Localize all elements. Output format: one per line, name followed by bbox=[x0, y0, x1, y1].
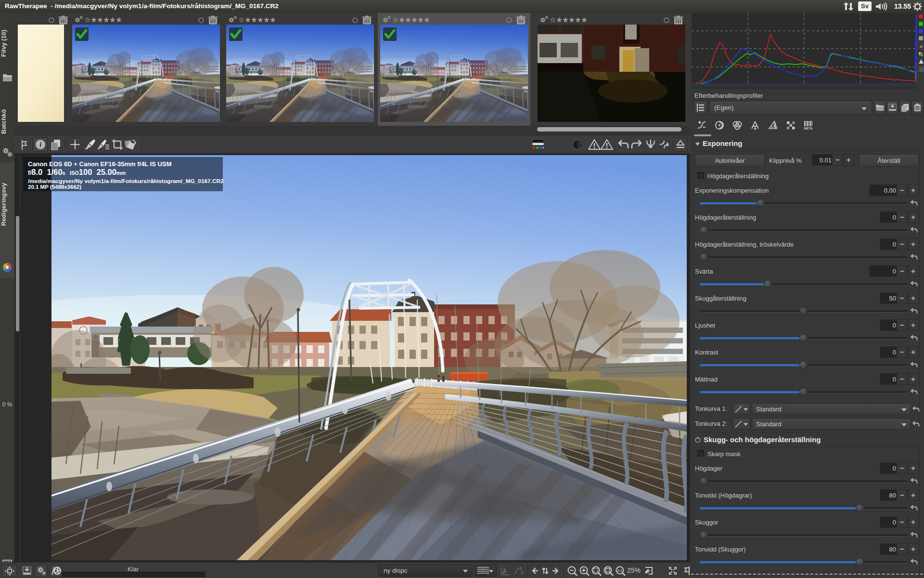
svg-text:META: META bbox=[804, 127, 813, 130]
svg-text:1:1: 1:1 bbox=[617, 568, 623, 573]
